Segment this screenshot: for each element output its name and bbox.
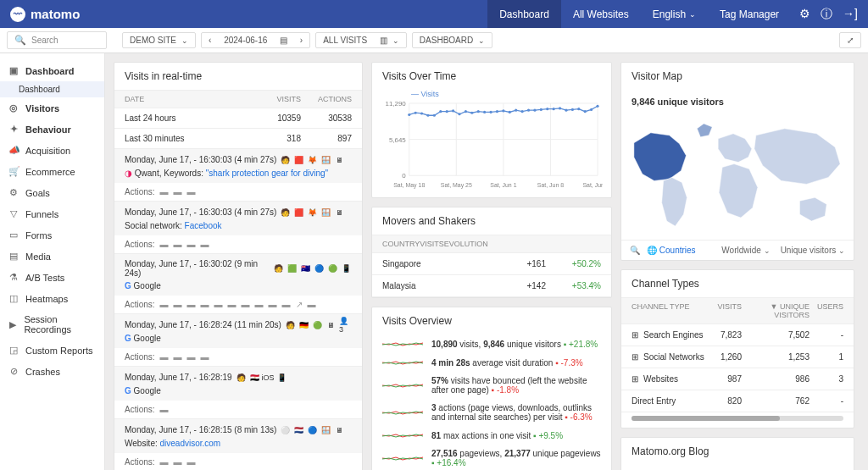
visitor-map-card: Visitor Map 9,846 unique visitors 🔍 🌐 Co…	[620, 62, 854, 261]
login-icon[interactable]: →]	[843, 7, 858, 22]
folder-icon[interactable]: ▬	[187, 352, 196, 362]
folder-icon[interactable]: ▬	[160, 240, 169, 249]
info-icon[interactable]: ⓘ	[821, 7, 832, 22]
channel-row[interactable]: ⊞ Websites9879863	[621, 368, 854, 390]
gear-icon[interactable]: ⚙	[799, 7, 810, 22]
scope-selector[interactable]: Worldwide ⌄	[721, 246, 770, 255]
sidebar-label: Dashboard	[25, 66, 74, 76]
folder-icon[interactable]: ▬	[174, 300, 182, 309]
folder-icon[interactable]: ▬	[201, 300, 209, 309]
folder-icon[interactable]: ▬	[187, 187, 196, 196]
sidebar-item-crashes[interactable]: ⊘Crashes	[0, 361, 104, 382]
folder-icon[interactable]: ▬	[160, 300, 169, 309]
sidebar-label: Session Recordings	[24, 314, 96, 335]
expand-button[interactable]: ⤢	[839, 32, 861, 48]
folder-icon[interactable]: ▬	[174, 187, 182, 196]
nav-language[interactable]: English⌄	[641, 0, 708, 28]
expand-icon[interactable]: ⊞	[632, 352, 638, 362]
visit-source-link[interactable]: diveadvisor.com	[160, 439, 221, 448]
folder-icon[interactable]: ▬	[160, 405, 169, 414]
visit-entry[interactable]: Monday, June 17, - 16:30:03 (4 min 27s) …	[114, 149, 362, 202]
sidebar-item-funnels[interactable]: ▽Funnels	[0, 203, 104, 224]
folder-icon[interactable]: ▬	[187, 300, 196, 309]
folder-icon[interactable]: ▬	[269, 300, 277, 309]
visit-entry[interactable]: Monday, June 17, - 16:30:02 (9 min 24s) …	[114, 254, 362, 314]
metric-selector[interactable]: Unique visitors ⌄	[781, 246, 845, 255]
svg-point-22	[446, 110, 448, 113]
search-icon[interactable]: 🔍	[630, 246, 640, 255]
visit-entry[interactable]: Monday, June 17, - 16:30:03 (4 min 27s) …	[114, 202, 362, 254]
search-input[interactable]: 🔍 Search	[7, 31, 107, 49]
svg-point-42	[571, 108, 574, 111]
countries-link[interactable]: 🌐 Countries	[647, 246, 696, 255]
folder-icon[interactable]: ▬	[160, 187, 169, 196]
sidebar-sub-dashboard[interactable]: Dashboard	[0, 81, 104, 97]
sidebar-item-session-recordings[interactable]: ▶Session Recordings	[0, 309, 104, 340]
visit-source-link[interactable]: Facebook	[185, 221, 222, 230]
visit-entry[interactable]: Monday, June 17, - 16:28:19 🧑🇪🇬iOS📱 G Go…	[114, 367, 362, 419]
sidebar-item-visitors[interactable]: ◎Visitors	[0, 97, 104, 119]
folder-icon[interactable]: ▬	[228, 300, 236, 309]
channel-row[interactable]: ⊞ Social Networks1,2601,2531	[621, 346, 854, 368]
folder-icon[interactable]: ▬	[214, 300, 223, 309]
sidebar-item-forms[interactable]: ▭Forms	[0, 224, 104, 246]
channel-row[interactable]: Direct Entry820762-	[621, 390, 854, 412]
mover-row[interactable]: Malaysia+142+53.4%	[372, 275, 611, 297]
channel-row[interactable]: ⊞ Search Engines7,8237,502-	[621, 324, 854, 346]
visit-badge-icon: 🖥	[326, 319, 337, 330]
folder-icon[interactable]: ▬	[187, 240, 196, 249]
folder-icon[interactable]: ▬	[282, 300, 291, 309]
folder-icon[interactable]: ▬	[201, 240, 209, 249]
sidebar-icon: ⊘	[8, 366, 19, 377]
sidebar-item-behaviour[interactable]: ✦Behaviour	[0, 119, 104, 140]
nav-dashboard[interactable]: Dashboard	[487, 0, 561, 28]
folder-icon[interactable]: ▬	[187, 457, 196, 467]
folder-icon[interactable]: ▬	[242, 300, 250, 309]
mover-row[interactable]: Singapore+161+50.2%	[372, 253, 611, 275]
sidebar-item-media[interactable]: ▤Media	[0, 246, 104, 267]
folder-icon[interactable]: ▬	[174, 352, 182, 362]
visit-entry[interactable]: Monday, June 17, - 16:28:24 (11 min 20s)…	[114, 314, 362, 367]
svg-point-27	[477, 110, 480, 113]
blog-card: Matomo.org Blog Introducing Updates to t…	[620, 437, 854, 470]
folder-icon[interactable]: ▬	[174, 240, 182, 249]
visit-badge-icon: 🖥	[334, 424, 345, 435]
folder-icon[interactable]: ▬	[201, 352, 209, 362]
sidebar-item-goals[interactable]: ⚙Goals	[0, 182, 104, 203]
world-map[interactable]	[621, 113, 854, 240]
sidebar-item-dashboard[interactable]: ▣Dashboard	[0, 60, 104, 81]
card-title: Visits in real-time	[114, 63, 362, 90]
map-subtitle: 9,846 unique visitors	[621, 90, 854, 113]
site-selector[interactable]: DEMO SITE⌄	[122, 32, 196, 48]
dashboard-selector[interactable]: DASHBOARD⌄	[412, 32, 492, 48]
line-chart: 05,64511,290Sat, May 18Sat, May 25Sat, J…	[381, 98, 603, 191]
svg-point-32	[509, 111, 511, 113]
folder-icon[interactable]: ▬	[160, 457, 169, 467]
folder-icon[interactable]: ▬	[160, 352, 169, 362]
folder-icon[interactable]: ▬	[174, 457, 182, 467]
visit-source-link[interactable]: "shark protection gear for diving"	[206, 169, 328, 178]
visit-entry[interactable]: Monday, June 17, - 16:28:15 (8 min 13s) …	[114, 419, 362, 470]
nav-all-websites[interactable]: All Websites	[561, 0, 641, 28]
overview-card: Visits Overview 10,890 visits, 9,846 uni…	[371, 307, 612, 470]
segment-selector[interactable]: ALL VISITS ▥⌄	[315, 32, 407, 48]
sparkline	[382, 380, 423, 390]
svg-point-30	[496, 110, 498, 113]
sidebar-item-custom-reports[interactable]: ◲Custom Reports	[0, 340, 104, 361]
visit-badge-icon: 🟢	[312, 319, 323, 330]
blog-link[interactable]: Introducing Updates to the Funnels Featu…	[621, 465, 854, 470]
sidebar-item-ecommerce[interactable]: 🛒Ecommerce	[0, 161, 104, 182]
nav-tag-manager[interactable]: Tag Manager	[708, 0, 791, 28]
folder-icon[interactable]: ▬	[255, 300, 264, 309]
date-selector[interactable]: ‹ 2024-06-16 ▤ ›	[201, 32, 310, 48]
sidebar-item-acquisition[interactable]: 📣Acquisition	[0, 140, 104, 161]
logo: 〰 matomo	[10, 7, 80, 22]
sidebar-item-heatmaps[interactable]: ◫Heatmaps	[0, 288, 104, 309]
visit-badge-icon: 👤3	[339, 319, 350, 330]
expand-icon[interactable]: ⊞	[632, 374, 638, 384]
svg-point-25	[465, 110, 467, 113]
sidebar-item-a-b-tests[interactable]: ⚗A/B Tests	[0, 267, 104, 288]
expand-icon[interactable]: ⊞	[632, 330, 638, 340]
sidebar-icon: ◫	[8, 293, 19, 304]
h-scrollbar[interactable]	[632, 416, 843, 421]
